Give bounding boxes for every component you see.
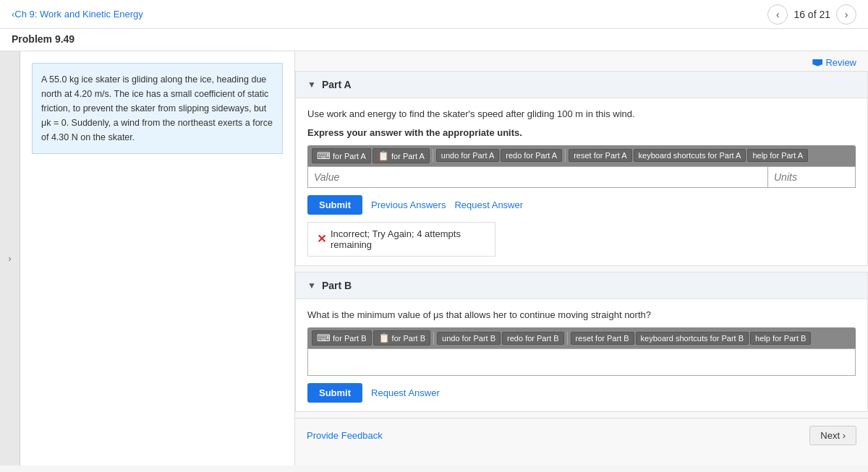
part-a-label: Part A bbox=[322, 79, 352, 90]
error-icon: ✕ bbox=[317, 232, 326, 246]
part-a-express: Express your answer with the appropriate… bbox=[307, 127, 856, 138]
part-a-section: ▼ Part A Use work and energy to find the… bbox=[295, 71, 868, 266]
problem-panel: A 55.0 kg ice skater is gliding along th… bbox=[20, 51, 295, 465]
part-a-reset[interactable]: reset for Part A bbox=[569, 149, 631, 162]
bottom-bar: Provide Feedback Next › bbox=[295, 418, 868, 452]
part-b-body: What is the minimum value of μs that all… bbox=[296, 299, 867, 412]
problem-text: A 55.0 kg ice skater is gliding along th… bbox=[32, 63, 283, 154]
part-b-input[interactable] bbox=[308, 349, 855, 375]
part-b-action-row: Submit Request Answer bbox=[307, 383, 856, 403]
review-row: Review bbox=[295, 51, 868, 71]
review-label: Review bbox=[825, 57, 856, 68]
part-b-section: ▼ Part B What is the minimum value of μs… bbox=[295, 272, 868, 413]
part-a-toolbar-btn1[interactable]: ⌨ for Part A bbox=[312, 148, 371, 163]
part-a-body: Use work and energy to find the skater's… bbox=[296, 98, 867, 265]
part-a-action-row: Submit Previous Answers Request Answer bbox=[307, 195, 856, 215]
part-a-arrow: ▼ bbox=[307, 80, 316, 90]
provide-feedback-link[interactable]: Provide Feedback bbox=[307, 430, 383, 441]
part-a-submit-button[interactable]: Submit bbox=[307, 195, 362, 215]
review-link[interactable]: Review bbox=[812, 57, 856, 68]
part-a-header[interactable]: ▼ Part A bbox=[296, 72, 867, 98]
error-text: Incorrect; Try Again; 4 attempts remaini… bbox=[331, 228, 486, 250]
part-b-toolbar-btn2[interactable]: 📋 for Part B bbox=[373, 330, 431, 346]
part-b-answer-box bbox=[307, 348, 856, 376]
prev-nav-button[interactable]: ‹ bbox=[767, 4, 788, 25]
part-a-input-row bbox=[307, 166, 856, 188]
part-a-request-answer-link[interactable]: Request Answer bbox=[454, 199, 523, 210]
part-b-toolbar-btn1[interactable]: ⌨ for Part B bbox=[312, 330, 372, 346]
part-a-previous-answers-link[interactable]: Previous Answers bbox=[371, 199, 446, 210]
content-panel: Review ▼ Part A Use work and energy to f… bbox=[295, 51, 868, 465]
nav-controls: ‹ 16 of 21 › bbox=[767, 4, 856, 25]
part-a-units-input[interactable] bbox=[768, 167, 855, 187]
part-a-help[interactable]: help for Part A bbox=[747, 149, 808, 162]
part-b-toolbar-sep-1 bbox=[433, 332, 434, 345]
part-b-label: Part B bbox=[322, 280, 352, 291]
part-a-error-message: ✕ Incorrect; Try Again; 4 attempts remai… bbox=[307, 222, 495, 257]
part-b-header[interactable]: ▼ Part B bbox=[296, 273, 867, 299]
toolbar-sep-2 bbox=[565, 149, 566, 162]
toolbar-sep-1 bbox=[433, 149, 433, 162]
chapter-link[interactable]: ‹Ch 9: Work and Kinetic Energy bbox=[12, 9, 143, 20]
top-navigation: ‹Ch 9: Work and Kinetic Energy ‹ 16 of 2… bbox=[0, 0, 868, 29]
review-icon bbox=[812, 59, 822, 66]
part-a-keyboard-shortcuts[interactable]: keyboard shortcuts for Part A bbox=[634, 149, 746, 162]
sidebar-toggle[interactable]: › bbox=[0, 51, 20, 465]
next-nav-button[interactable]: › bbox=[836, 4, 856, 25]
part-a-toolbar: ⌨ for Part A 📋 for Part A undo for Part … bbox=[307, 145, 856, 166]
part-b-redo[interactable]: redo for Part B bbox=[502, 332, 564, 345]
problem-label: Problem 9.49 bbox=[12, 33, 75, 45]
part-b-help[interactable]: help for Part B bbox=[750, 332, 811, 345]
part-a-question: Use work and energy to find the skater's… bbox=[307, 107, 856, 121]
part-a-undo[interactable]: undo for Part A bbox=[436, 149, 499, 162]
part-b-submit-button[interactable]: Submit bbox=[307, 383, 362, 403]
part-b-toolbar-sep-2 bbox=[567, 332, 568, 345]
nav-count: 16 of 21 bbox=[793, 9, 830, 20]
part-b-toolbar: ⌨ for Part B 📋 for Part B undo for Part … bbox=[307, 327, 856, 348]
part-a-value-input[interactable] bbox=[308, 167, 768, 187]
part-a-toolbar-btn2[interactable]: 📋 for Part A bbox=[373, 148, 430, 163]
part-b-arrow: ▼ bbox=[307, 280, 316, 291]
next-button[interactable]: Next › bbox=[809, 426, 856, 445]
part-a-redo[interactable]: redo for Part A bbox=[501, 149, 562, 162]
part-b-undo[interactable]: undo for Part B bbox=[437, 332, 501, 345]
part-b-question: What is the minimum value of μs that all… bbox=[307, 308, 856, 322]
part-b-keyboard-shortcuts[interactable]: keyboard shortcuts for Part B bbox=[636, 332, 749, 345]
part-b-reset[interactable]: reset for Part B bbox=[571, 332, 634, 345]
part-b-request-answer-link[interactable]: Request Answer bbox=[371, 387, 440, 398]
main-layout: › A 55.0 kg ice skater is gliding along … bbox=[0, 51, 868, 465]
problem-header: Problem 9.49 bbox=[0, 29, 868, 51]
